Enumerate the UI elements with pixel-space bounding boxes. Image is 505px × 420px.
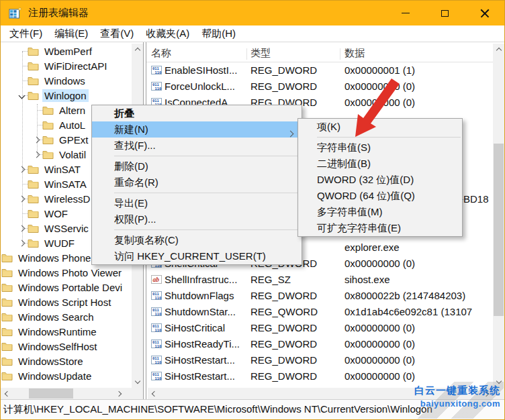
binary-value-icon: 011110 (146, 307, 165, 316)
submenu-item-7[interactable]: 可扩充字符串值(E) (298, 220, 462, 236)
tree-item[interactable]: WbemPerf (1, 44, 131, 58)
tree-hscroll-thumb[interactable] (29, 388, 73, 399)
column-header-data[interactable]: 数据 (345, 47, 365, 60)
context-menu-item-0[interactable]: 折叠 (92, 105, 302, 121)
tree-item-label: WindowsStore (16, 355, 85, 368)
value-row[interactable]: 011110EnableSIHostI...REG_DWORD0x0000000… (146, 62, 493, 78)
value-row[interactable]: 011110ForceUnlockL...REG_DWORD0x00000000… (146, 78, 493, 94)
tree-item-label: WindowsSelfHost (16, 340, 99, 353)
submenu-item-5[interactable]: QWORD (64 位)值(Q) (298, 188, 462, 204)
window-title: 注册表编辑器 (28, 7, 89, 19)
close-button[interactable] (465, 1, 504, 25)
submenu-item-label: 二进制值(B) (317, 158, 371, 170)
submenu-item-4[interactable]: DWORD (32 位)值(D) (298, 172, 462, 188)
column-divider[interactable] (340, 48, 340, 60)
tree-item[interactable]: WindowsRuntime (1, 324, 131, 339)
tree-item-label: Windows Portable Devi (16, 281, 124, 294)
menubar-item-2[interactable]: 查看(V) (94, 27, 140, 41)
context-menu-item-label: 权限(P)... (114, 213, 156, 226)
tree-expander (30, 104, 42, 116)
chevron-down-icon (18, 92, 25, 99)
value-name: SiHostCritical (165, 322, 250, 333)
tree-item[interactable]: Windows Portable Devi (1, 280, 131, 295)
tree-expander (15, 45, 28, 57)
tree-item[interactable]: WiFiDirectAPI (1, 58, 131, 73)
value-row[interactable]: 011110ShutdownStar...REG_QWORD0x1d1ab4c6… (146, 303, 493, 319)
scroll-down-icon[interactable] (132, 376, 143, 388)
value-data: 0x00000000 (0) (345, 370, 493, 382)
folder-icon (28, 223, 39, 233)
menubar-item-1[interactable]: 编辑(E) (48, 27, 94, 41)
scrollbar-corner (126, 388, 143, 399)
value-row[interactable]: 011110SiHostCriticalREG_DWORD0x00000000 … (146, 319, 493, 335)
context-menu-item-2[interactable]: 查找(F)... (92, 138, 302, 154)
context-menu-item-11[interactable]: 访问 HKEY_CURRENT_USER(T) (92, 248, 302, 264)
submenu-item-3[interactable]: 二进制值(B) (298, 156, 462, 172)
context-menu-item-7[interactable]: 导出(E) (92, 195, 302, 211)
context-menu-item-label: 折叠 (114, 107, 134, 120)
tree-item-label: Winlogon (42, 89, 89, 102)
tree-expander[interactable] (15, 222, 28, 234)
value-type: REG_DWORD (250, 64, 345, 76)
svg-text:110: 110 (155, 295, 162, 299)
folder-icon (28, 209, 39, 218)
scroll-right-icon[interactable] (114, 388, 126, 399)
column-divider[interactable] (246, 48, 247, 60)
column-header-name[interactable]: 名称 (151, 47, 171, 60)
context-menu-item-4[interactable]: 删除(D) (92, 158, 302, 174)
list-vscroll-thumb[interactable] (494, 144, 504, 316)
value-data: 0x00000000 (0) (345, 322, 493, 333)
tree-item[interactable]: WindowsUpdate (1, 368, 131, 383)
scroll-left-icon[interactable] (148, 388, 159, 399)
context-menu-item-5[interactable]: 重命名(R) (92, 174, 302, 191)
menubar-item-4[interactable]: 帮助(H) (195, 27, 242, 41)
menubar-item-0[interactable]: 文件(F) (3, 27, 48, 41)
folder-icon (1, 312, 13, 321)
value-name: ForceUnlockL... (165, 81, 250, 92)
menubar-item-3[interactable]: 收藏夹(A) (140, 27, 195, 41)
tree-item[interactable]: WindowsSelfHost (1, 339, 131, 354)
tree-item[interactable]: Windows Script Host (1, 295, 131, 309)
context-menu-item-8[interactable]: 权限(P)... (92, 211, 302, 227)
tree-item-label: WOF (42, 207, 70, 220)
tree-item[interactable]: WindowsStore (1, 354, 131, 368)
binary-value-icon: 011110 (146, 323, 165, 332)
tree-expander (15, 60, 28, 72)
tree-expander[interactable] (15, 163, 28, 175)
value-type: REG_QWORD (250, 306, 345, 317)
scroll-up-icon[interactable] (132, 44, 143, 55)
tree-item-label: WirelessD (42, 193, 92, 205)
tree-expander[interactable] (30, 148, 42, 160)
value-row[interactable]: 011110SiHostRestart...REG_DWORD0x0000000… (146, 352, 493, 368)
column-header-type[interactable]: 类型 (250, 47, 271, 60)
tree-item[interactable]: Windows Search (1, 309, 131, 324)
context-menu-item-label: 新建(N) (114, 123, 148, 136)
value-row[interactable]: abShellInfrastruc...REG_SZsihost.exe (146, 271, 493, 287)
submenu-arrow-icon (288, 127, 293, 138)
tree-item-label: WinSAT (42, 163, 83, 176)
tree-expander (15, 207, 28, 219)
value-row[interactable]: 011110ShutdownFlagsREG_DWORD0x8000022b (… (146, 287, 493, 303)
maximize-button[interactable] (425, 1, 465, 25)
folder-icon (42, 135, 54, 144)
tree-item[interactable]: Windows (1, 73, 131, 88)
tree-item[interactable]: Windows Photo Viewer (1, 265, 131, 280)
value-type: REG_SZ (250, 274, 345, 285)
tree-horizontal-scrollbar[interactable] (1, 388, 126, 399)
tree-item[interactable]: Winlogon (1, 88, 131, 103)
tree-expander[interactable] (30, 134, 42, 146)
tree-expander[interactable] (15, 193, 28, 205)
tree-item-label: WinSATA (42, 178, 89, 191)
tree-expander[interactable] (15, 89, 28, 101)
tree-expander[interactable] (15, 237, 28, 249)
context-menu-item-10[interactable]: 复制项名称(C) (92, 232, 302, 248)
folder-icon (28, 238, 39, 248)
list-vertical-scrollbar[interactable] (493, 44, 504, 388)
submenu-item-label: QWORD (64 位)值(Q) (317, 190, 415, 203)
minimize-button[interactable] (385, 1, 425, 25)
scroll-left-icon[interactable] (1, 388, 12, 399)
scroll-up-icon[interactable] (493, 44, 504, 55)
submenu-item-6[interactable]: 多字符串值(M) (298, 204, 462, 220)
context-menu-item-1[interactable]: 新建(N) (92, 121, 302, 138)
value-row[interactable]: 011110SiHostReadyTi...REG_DWORD0x0000000… (146, 335, 493, 352)
